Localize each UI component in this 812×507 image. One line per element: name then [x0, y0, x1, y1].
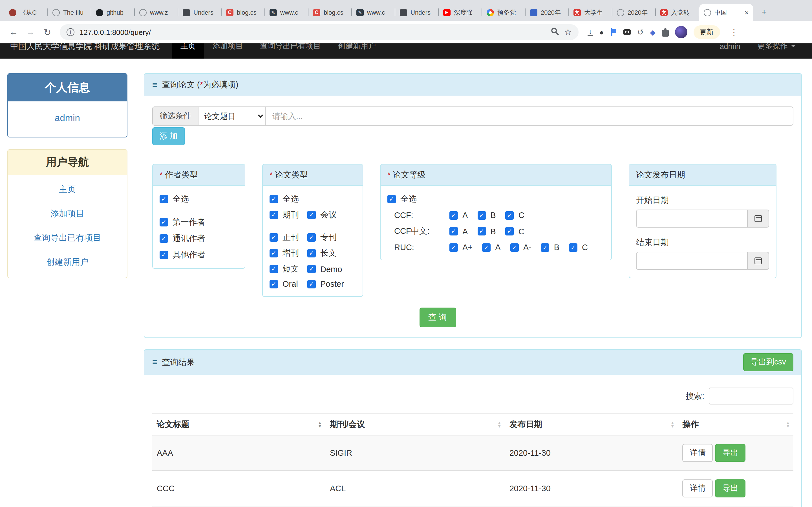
tab-close-icon[interactable] [745, 8, 749, 17]
checkbox-journal[interactable]: 期刊 [269, 210, 307, 220]
nav-query-export[interactable]: 查询导出已有项目 [252, 43, 329, 59]
add-filter-button[interactable]: 添 加 [152, 127, 185, 145]
sidebar-item-add-project[interactable]: 添加项目 [8, 202, 127, 226]
checkbox-type-select-all[interactable]: 全选 [269, 194, 356, 205]
checkbox-corresponding-author[interactable]: 通讯作者 [160, 233, 238, 244]
checkbox-ruc-a-minus[interactable]: A- [510, 243, 531, 252]
checkbox-oral[interactable]: Oral [269, 279, 307, 288]
browser-tab[interactable]: 入党转 [656, 4, 699, 21]
browser-tab[interactable]: Unders [178, 4, 221, 21]
browser-tab[interactable]: 深度强 [439, 4, 482, 21]
new-tab-button[interactable] [757, 5, 771, 20]
checkbox-ccfcn-b[interactable]: B [477, 227, 496, 236]
nav-add-project[interactable]: 添加项目 [204, 43, 252, 59]
row-export-button[interactable]: 导出 [715, 480, 746, 497]
extensions-puzzle-icon[interactable] [662, 30, 668, 36]
column-publish-date[interactable]: 发布日期 [505, 414, 678, 435]
browser-tab-active[interactable]: 中国 [699, 4, 753, 21]
checkbox-other-author[interactable]: 其他作者 [160, 249, 238, 260]
checkbox-conference[interactable]: 会议 [307, 210, 337, 220]
filter-value-input[interactable] [266, 107, 794, 126]
browser-tab[interactable]: blog.cs [308, 4, 352, 21]
chrome-update-button[interactable]: 更新 [693, 25, 720, 39]
checkbox-ccfcn-a[interactable]: A [449, 227, 468, 236]
detail-button[interactable]: 详情 [682, 480, 713, 497]
checkbox-regular-issue[interactable]: 正刊 [269, 232, 307, 243]
table-search-input[interactable] [709, 388, 794, 404]
sort-icon[interactable] [497, 421, 502, 428]
sort-icon[interactable] [670, 421, 675, 428]
reload-icon[interactable] [40, 24, 55, 40]
url-text[interactable]: 127.0.0.1:8000/query/ [80, 28, 151, 36]
checkbox-ccf-c[interactable]: C [506, 211, 524, 220]
browser-menu-icon[interactable] [726, 24, 742, 40]
youtube-favicon-icon [443, 9, 451, 16]
checkbox-long-paper[interactable]: 长文 [307, 248, 337, 259]
browser-tab[interactable]: Unders [395, 4, 439, 21]
checkbox-special-issue[interactable]: 专刊 [307, 232, 337, 243]
checkbox-ruc-b[interactable]: B [541, 243, 559, 252]
checkbox-ruc-a[interactable]: A [482, 243, 500, 252]
browser-tab[interactable]: 预备党 [482, 4, 525, 21]
download-extension-icon[interactable] [588, 29, 593, 36]
history-extension-icon[interactable] [637, 27, 644, 37]
end-date-input[interactable] [636, 252, 748, 270]
browser-tab[interactable]: www.z [135, 4, 178, 21]
filter-field-select[interactable]: 论文题目 [198, 107, 266, 126]
browser-tab[interactable]: The Illu [48, 4, 91, 21]
browser-tab[interactable]: 2020年 [612, 4, 656, 21]
browser-tab[interactable]: github [91, 4, 135, 21]
row-export-button[interactable]: 导出 [715, 444, 746, 462]
sort-icon[interactable] [786, 421, 790, 428]
nav-create-user[interactable]: 创建新用户 [329, 43, 384, 59]
start-date-calendar-button[interactable] [748, 210, 769, 228]
forward-icon[interactable] [22, 24, 38, 40]
browser-tab[interactable]: 大学生 [569, 4, 612, 21]
password-key-icon[interactable] [548, 25, 561, 38]
address-bar[interactable]: 127.0.0.1:8000/query/ [60, 24, 578, 40]
browser-tab[interactable]: blog.cs [221, 4, 265, 21]
profile-avatar[interactable] [675, 26, 687, 38]
sort-icon[interactable] [318, 421, 322, 428]
checkbox-poster[interactable]: Poster [307, 279, 344, 288]
column-actions[interactable]: 操作 [678, 414, 794, 435]
sidebar-item-home[interactable]: 主页 [8, 177, 127, 202]
nav-admin[interactable]: admin [711, 43, 749, 59]
privacy-mask-extension-icon[interactable] [623, 29, 631, 35]
checkbox-supplement[interactable]: 增刊 [269, 248, 307, 259]
column-venue[interactable]: 期刊/会议 [325, 414, 505, 435]
nav-home[interactable]: 主页 [172, 43, 204, 59]
checkbox-short-paper[interactable]: 短文 [269, 264, 307, 274]
checkbox-ccf-b[interactable]: B [477, 211, 496, 220]
detail-button[interactable]: 详情 [682, 444, 713, 462]
export-csv-button[interactable]: 导出到csv [743, 353, 794, 371]
checkbox-ccfcn-c[interactable]: C [506, 227, 524, 236]
start-date-input[interactable] [636, 210, 748, 228]
bookmark-flag-extension-icon[interactable] [610, 28, 617, 36]
user-nav-body: 主页 添加项目 查询导出已有项目 创建新用户 [8, 175, 127, 278]
site-info-icon[interactable] [66, 28, 74, 36]
checkbox-author-select-all[interactable]: 全选 [160, 194, 238, 205]
checkbox-first-author[interactable]: 第一作者 [160, 217, 238, 228]
checkbox-demo[interactable]: Demo [307, 264, 342, 274]
browser-tab[interactable]: 2020年 [525, 4, 569, 21]
checkbox-ccf-a[interactable]: A [449, 211, 468, 220]
browser-tab[interactable]: www.c [352, 4, 395, 21]
end-date-calendar-button[interactable] [748, 252, 769, 270]
browser-tab[interactable]: 《从C [4, 4, 48, 21]
checkbox-ruc-a-plus[interactable]: A+ [449, 243, 472, 252]
bookmark-star-icon[interactable] [564, 27, 572, 37]
nav-more-actions[interactable]: 更多操作 [749, 43, 804, 59]
query-submit-button[interactable]: 查 询 [419, 307, 456, 327]
sidebar-item-query-export[interactable]: 查询导出已有项目 [8, 226, 127, 250]
column-paper-title[interactable]: 论文标题 [152, 414, 325, 435]
site-brand[interactable]: 中国人民大学信息学院 科研成果管理系统 [10, 43, 160, 52]
back-icon[interactable] [6, 24, 21, 40]
browser-tab[interactable]: www.c [265, 4, 308, 21]
profile-admin-link[interactable]: admin [55, 113, 80, 123]
checkbox-ruc-c[interactable]: C [569, 243, 588, 252]
sidebar-item-create-user[interactable]: 创建新用户 [8, 250, 127, 274]
adblock-extension-icon[interactable] [599, 28, 604, 36]
shield-extension-icon[interactable] [650, 28, 656, 36]
checkbox-level-select-all[interactable]: 全选 [388, 194, 605, 205]
